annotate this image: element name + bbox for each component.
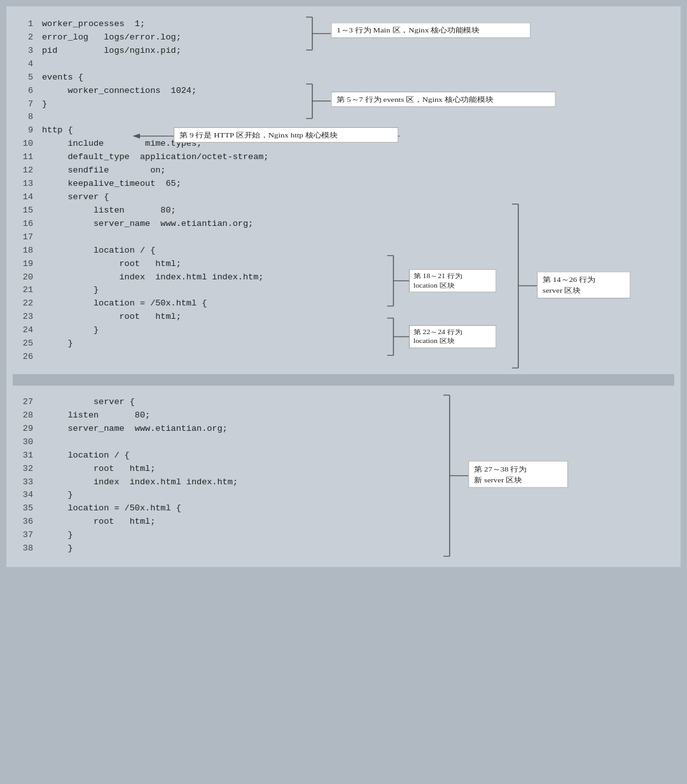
- line-code: server {: [42, 191, 109, 204]
- line-code: location / {: [42, 449, 130, 463]
- code-line-7: 7 }: [13, 98, 674, 111]
- code-line-10: 10 include mime.types;: [13, 137, 674, 151]
- line-number: 35: [15, 502, 33, 515]
- line-code: pid logs/nginx.pid;: [42, 45, 181, 58]
- line-number: 20: [15, 271, 33, 284]
- line-number: 13: [15, 178, 33, 191]
- line-number: 23: [15, 311, 33, 324]
- line-code: events {: [42, 71, 83, 85]
- line-code: http {: [42, 124, 73, 137]
- code-line-27: 27 server {: [13, 396, 674, 409]
- code-line-34: 34 }: [13, 489, 674, 502]
- code-line-30: 30: [13, 436, 674, 449]
- line-code: keepalive_timeout 65;: [42, 178, 181, 191]
- line-code: sendfile on;: [42, 164, 165, 178]
- line-code: index index.html index.htm;: [42, 476, 238, 489]
- line-code: }: [42, 542, 73, 556]
- line-number: 4: [15, 58, 33, 71]
- code-line-31: 31 location / {: [13, 449, 674, 463]
- line-code: listen 80;: [42, 204, 176, 218]
- line-number: 37: [15, 529, 33, 542]
- code-line-38: 38 }: [13, 542, 674, 556]
- code-line-17: 17: [13, 231, 674, 244]
- line-number: 6: [15, 85, 33, 98]
- line-number: 8: [15, 111, 33, 124]
- code-line-19: 19 root html;: [13, 258, 674, 271]
- code-line-20: 20 index index.html index.htm;: [13, 271, 674, 284]
- line-code: }: [42, 337, 73, 351]
- code-line-3: 3 pid logs/nginx.pid;: [13, 45, 674, 58]
- code-line-37: 37 }: [13, 529, 674, 542]
- line-number: 26: [15, 351, 33, 364]
- line-code: worker_connections 1024;: [42, 85, 197, 98]
- section-separator: [13, 374, 674, 386]
- line-code: }: [42, 489, 73, 502]
- line-code: include mime.types;: [42, 137, 202, 151]
- line-number: 10: [15, 137, 33, 151]
- code-line-22: 22 location = /50x.html {: [13, 297, 674, 311]
- code-line-23: 23 root html;: [13, 311, 674, 324]
- code-line-24: 24 }: [13, 324, 674, 337]
- line-code: root html;: [42, 515, 155, 529]
- line-number: 29: [15, 423, 33, 436]
- line-number: 38: [15, 542, 33, 556]
- line-number: 18: [15, 244, 33, 258]
- line-number: 9: [15, 124, 33, 137]
- line-number: 36: [15, 515, 33, 529]
- line-code: location = /50x.html {: [42, 502, 181, 515]
- code-line-29: 29 server_name www.etiantian.org;: [13, 423, 674, 436]
- code-line-21: 21 }: [13, 284, 674, 297]
- line-code: location = /50x.html {: [42, 297, 207, 311]
- line-number: 1: [15, 18, 33, 31]
- line-code: listen 80;: [42, 409, 150, 423]
- line-code: server {: [42, 396, 135, 409]
- code-line-25: 25 }: [13, 337, 674, 351]
- code-line-9: 9 http {: [13, 124, 674, 137]
- line-code: }: [42, 529, 73, 542]
- code-line-16: 16 server_name www.etiantian.org;: [13, 218, 674, 231]
- line-code: [42, 111, 47, 124]
- line-code: [42, 58, 47, 71]
- code-line-14: 14 server {: [13, 191, 674, 204]
- line-number: 3: [15, 45, 33, 58]
- line-code: }: [42, 98, 47, 111]
- code-line-15: 15 listen 80;: [13, 204, 674, 218]
- line-code: worker_processes 1;: [42, 18, 145, 31]
- code-line-35: 35 location = /50x.html {: [13, 502, 674, 515]
- line-code: error_log logs/error.log;: [42, 31, 181, 45]
- code-line-4: 4: [13, 58, 674, 71]
- line-number: 28: [15, 409, 33, 423]
- line-code: server_name www.etiantian.org;: [42, 423, 228, 436]
- line-code: root html;: [42, 311, 181, 324]
- line-number: 12: [15, 164, 33, 178]
- line-code: }: [42, 284, 99, 297]
- line-code: [42, 231, 47, 244]
- line-code: }: [42, 324, 99, 337]
- code-line-1: 1 worker_processes 1;: [13, 18, 674, 31]
- line-code: index index.html index.htm;: [42, 271, 263, 284]
- line-code: default_type application/octet-stream;: [42, 151, 268, 164]
- code-line-11: 11 default_type application/octet-stream…: [13, 151, 674, 164]
- line-code: root html;: [42, 258, 181, 271]
- code-line-8: 8: [13, 111, 674, 124]
- line-number: 11: [15, 151, 33, 164]
- line-number: 33: [15, 476, 33, 489]
- line-code: root html;: [42, 463, 155, 476]
- code-line-36: 36 root html;: [13, 515, 674, 529]
- line-number: 5: [15, 71, 33, 85]
- code-line-26: 26: [13, 351, 674, 364]
- code-line-32: 32 root html;: [13, 463, 674, 476]
- line-number: 24: [15, 324, 33, 337]
- line-number: 2: [15, 31, 33, 45]
- line-number: 19: [15, 258, 33, 271]
- line-number: 27: [15, 396, 33, 409]
- code-line-12: 12 sendfile on;: [13, 164, 674, 178]
- line-code: [42, 351, 47, 364]
- line-number: 15: [15, 204, 33, 218]
- code-section-2: 27 server { 28 listen 80; 29 server_name…: [13, 391, 674, 561]
- code-line-2: 2 error_log logs/error.log;: [13, 31, 674, 45]
- line-number: 25: [15, 337, 33, 351]
- line-number: 17: [15, 231, 33, 244]
- main-container: 1 worker_processes 1; 2 error_log logs/e…: [6, 6, 681, 567]
- line-code: server_name www.etiantian.org;: [42, 218, 253, 231]
